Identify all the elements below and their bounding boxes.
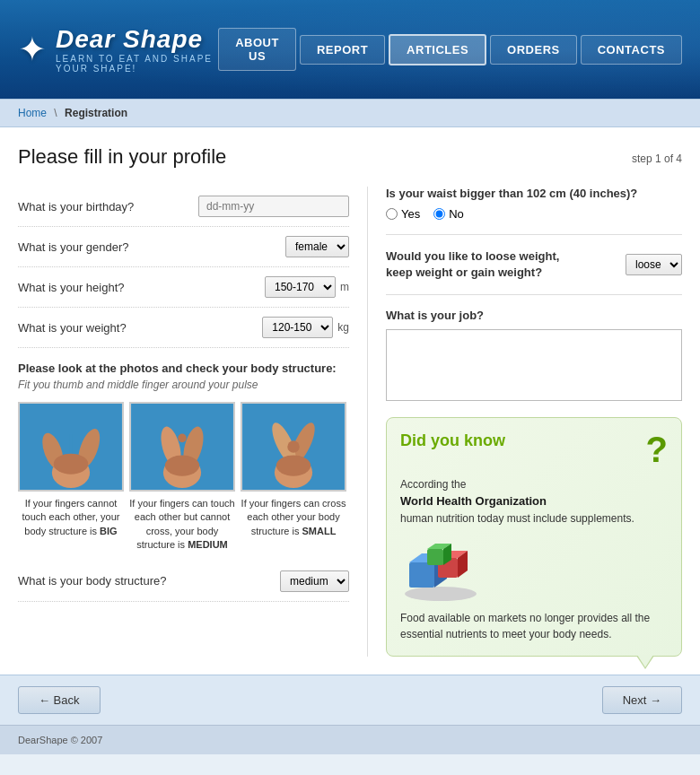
photo-caption-small: If your fingers can cross each other you… bbox=[241, 497, 346, 538]
content-columns: What is your birthday? What is your gend… bbox=[18, 187, 682, 657]
height-unit: m bbox=[340, 281, 349, 293]
height-label: What is your height? bbox=[18, 281, 125, 294]
photo-box-small bbox=[241, 402, 346, 492]
weight-goal-section: Would you like to loose weight, keep wei… bbox=[386, 248, 682, 295]
photos-row: If your fingers cannot touch each other,… bbox=[18, 402, 349, 553]
copyright: DearShape © 2007 bbox=[18, 735, 102, 745]
main-content: Please fill in your profile step 1 of 4 … bbox=[0, 127, 700, 675]
waist-radio-group: Yes No bbox=[386, 207, 682, 221]
breadcrumb: Home \ Registration bbox=[0, 99, 700, 127]
job-label: What is your job? bbox=[386, 309, 682, 322]
job-textarea[interactable] bbox=[386, 329, 682, 401]
svg-point-17 bbox=[276, 456, 311, 476]
svg-rect-19 bbox=[409, 562, 434, 588]
svg-point-16 bbox=[287, 440, 299, 452]
logo-icon: ✦ bbox=[18, 32, 47, 66]
body-structure-section: Please look at the photos and check your… bbox=[18, 361, 349, 602]
weight-goal-select[interactable]: loose keep gain bbox=[626, 254, 682, 275]
nav-bar: ABOUT US REPORT ARTICLES ORDERS CONTACTS bbox=[218, 28, 682, 71]
svg-point-11 bbox=[165, 456, 199, 476]
svg-point-5 bbox=[54, 454, 88, 475]
dyk-question-mark: ? bbox=[646, 431, 668, 467]
header: ✦ Dear Shape LEARN TO EAT AND SHAPE YOUR… bbox=[0, 0, 700, 99]
footer-buttons: ← Back Next → bbox=[0, 675, 700, 725]
photo-medium: If your fingers can touch each other but… bbox=[129, 402, 235, 553]
nav-articles[interactable]: ARTICLES bbox=[389, 34, 486, 65]
body-structure-select[interactable]: medium big small bbox=[280, 570, 349, 592]
body-structure-row: What is your body structure? medium big … bbox=[18, 562, 349, 602]
breadcrumb-home[interactable]: Home bbox=[18, 107, 47, 119]
svg-rect-25 bbox=[427, 549, 443, 565]
birthday-input[interactable] bbox=[198, 196, 349, 217]
dyk-org-name: World Health Organization bbox=[400, 494, 547, 508]
dyk-header: Did you know ? bbox=[400, 431, 668, 467]
page-title: Please fill in your profile bbox=[18, 145, 226, 169]
weight-row: What is your weight? 120-150 60-90 90-12… bbox=[18, 308, 349, 348]
gender-select[interactable]: female male bbox=[285, 236, 349, 257]
right-column: Is your waist bigger than 102 cm (40 inc… bbox=[368, 187, 682, 657]
photo-caption-medium: If your fingers can touch each other but… bbox=[129, 497, 235, 553]
waist-no-text: No bbox=[449, 207, 464, 221]
logo-tagline: LEARN TO EAT AND SHAPE YOUR SHAPE! bbox=[56, 54, 218, 74]
dyk-title: Did you know bbox=[400, 431, 505, 450]
breadcrumb-current: Registration bbox=[65, 107, 127, 119]
waist-section: Is your waist bigger than 102 cm (40 inc… bbox=[386, 187, 682, 235]
weight-select[interactable]: 120-150 60-90 90-120 bbox=[262, 317, 333, 338]
photo-box-big bbox=[18, 402, 124, 492]
waist-yes-radio[interactable] bbox=[386, 208, 398, 220]
hand-illustration-medium bbox=[131, 404, 233, 490]
height-select[interactable]: 150-170 130-150 170-190 bbox=[265, 276, 336, 298]
back-button[interactable]: ← Back bbox=[18, 686, 101, 714]
page-header: Please fill in your profile step 1 of 4 bbox=[18, 145, 682, 169]
waist-question: Is your waist bigger than 102 cm (40 inc… bbox=[386, 187, 682, 200]
birthday-label: What is your birthday? bbox=[18, 200, 134, 213]
breadcrumb-separator: \ bbox=[54, 107, 57, 119]
did-you-know-box: Did you know ? According the World Healt… bbox=[386, 417, 682, 657]
photo-box-medium bbox=[129, 402, 235, 492]
weight-unit: kg bbox=[337, 321, 349, 334]
waist-no-label[interactable]: No bbox=[433, 207, 464, 221]
nav-contacts[interactable]: CONTACTS bbox=[581, 35, 682, 65]
hand-illustration-small bbox=[242, 404, 345, 490]
dyk-text-intro: According the World Health Organization … bbox=[400, 476, 668, 527]
next-button[interactable]: Next → bbox=[602, 686, 682, 714]
dyk-footer: Food available on markets no longer prov… bbox=[400, 610, 668, 642]
dyk-tail-inner bbox=[637, 655, 653, 667]
hand-illustration-big bbox=[20, 404, 122, 490]
gender-row: What is your gender? female male bbox=[18, 227, 349, 267]
gender-label: What is your gender? bbox=[18, 240, 129, 254]
waist-yes-label[interactable]: Yes bbox=[386, 207, 420, 221]
birthday-row: What is your birthday? bbox=[18, 187, 349, 227]
logo: ✦ Dear Shape LEARN TO EAT AND SHAPE YOUR… bbox=[18, 25, 218, 74]
step-indicator: step 1 of 4 bbox=[632, 152, 682, 165]
page-footer: DearShape © 2007 bbox=[0, 725, 700, 754]
logo-name: Dear Shape bbox=[56, 25, 218, 54]
weight-label: What is your weight? bbox=[18, 321, 127, 335]
svg-point-18 bbox=[405, 587, 477, 601]
body-structure-title: Please look at the photos and check your… bbox=[18, 361, 349, 375]
job-section: What is your job? bbox=[386, 309, 682, 404]
nav-report[interactable]: REPORT bbox=[300, 35, 385, 65]
photo-caption-big: If your fingers cannot touch each other,… bbox=[18, 497, 124, 538]
left-column: What is your birthday? What is your gend… bbox=[18, 187, 368, 657]
nav-about[interactable]: ABOUT US bbox=[218, 28, 296, 71]
supplement-cubes-svg bbox=[400, 536, 481, 603]
nav-orders[interactable]: ORDERS bbox=[490, 35, 577, 65]
body-structure-label: What is your body structure? bbox=[18, 574, 166, 588]
dyk-text-body: human nutrition today must include suppl… bbox=[400, 512, 634, 525]
supplement-illustration bbox=[400, 536, 668, 603]
photo-small: If your fingers can cross each other you… bbox=[241, 402, 346, 553]
photo-big: If your fingers cannot touch each other,… bbox=[18, 402, 124, 553]
svg-point-10 bbox=[178, 434, 187, 443]
waist-yes-text: Yes bbox=[401, 207, 420, 221]
height-row: What is your height? 150-170 130-150 170… bbox=[18, 267, 349, 308]
waist-no-radio[interactable] bbox=[433, 208, 445, 220]
body-structure-subtitle: Fit you thumb and middle finger around y… bbox=[18, 379, 349, 391]
weight-goal-question: Would you like to loose weight, keep wei… bbox=[386, 248, 583, 281]
